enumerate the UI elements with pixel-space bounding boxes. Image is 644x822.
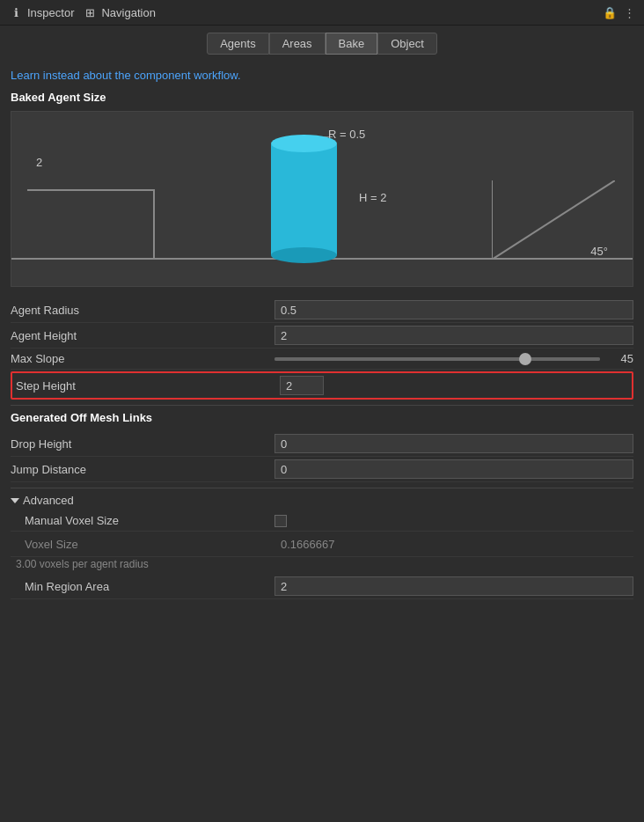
advanced-toggle[interactable]: Advanced xyxy=(11,494,633,507)
jump-distance-label: Jump Distance xyxy=(11,463,274,476)
navigation-icon: ⊞ xyxy=(83,5,97,19)
advanced-toggle-arrow xyxy=(11,498,19,503)
drop-height-field[interactable]: 0 xyxy=(274,434,633,453)
jump-distance-value: 0 xyxy=(281,463,287,476)
step-height-row: Step Height 2 xyxy=(11,371,633,400)
navigation-tab[interactable]: ⊞ Navigation xyxy=(83,5,155,19)
jump-distance-field[interactable]: 0 xyxy=(274,459,633,479)
max-slope-label: Max Slope xyxy=(11,352,274,365)
width-label: 2 xyxy=(36,156,42,169)
agent-cylinder-body xyxy=(271,142,337,258)
menu-icon[interactable]: ⋮ xyxy=(624,6,635,19)
drop-height-row: Drop Height 0 xyxy=(11,431,633,457)
h-label: H = 2 xyxy=(359,191,386,204)
tab-agents[interactable]: Agents xyxy=(207,33,268,55)
max-slope-slider-container: 45 xyxy=(274,352,633,365)
max-slope-row: Max Slope 45 xyxy=(11,349,633,370)
manual-voxel-label: Manual Voxel Size xyxy=(11,514,274,527)
inspector-label: Inspector xyxy=(27,6,74,19)
learn-link[interactable]: Learn instead about the component workfl… xyxy=(11,69,633,82)
voxel-size-row: Voxel Size 0.1666667 xyxy=(11,532,633,557)
max-slope-fill xyxy=(274,357,600,361)
jump-distance-row: Jump Distance 0 xyxy=(11,457,633,482)
drop-height-label: Drop Height xyxy=(11,437,274,451)
max-slope-thumb[interactable] xyxy=(519,353,531,365)
header: ℹ Inspector ⊞ Navigation 🔒 ⋮ xyxy=(0,0,644,26)
off-mesh-links-title: Generated Off Mesh Links xyxy=(11,411,633,424)
manual-voxel-row: Manual Voxel Size xyxy=(11,510,633,532)
min-region-area-field[interactable]: 2 xyxy=(274,576,633,596)
voxel-size-label: Voxel Size xyxy=(11,538,274,551)
content-area: Learn instead about the component workfl… xyxy=(0,62,644,606)
step-height-field[interactable]: 2 xyxy=(280,376,324,395)
voxel-hint-row: 3.00 voxels per agent radius xyxy=(11,557,633,574)
tab-bake[interactable]: Bake xyxy=(326,33,378,55)
step-height-label: Step Height xyxy=(16,379,280,393)
cylinder-bottom xyxy=(271,247,337,263)
voxel-hint: 3.00 voxels per agent radius xyxy=(11,556,149,572)
agent-radius-row: Agent Radius 0.5 xyxy=(11,297,633,323)
tab-object[interactable]: Object xyxy=(377,33,437,55)
inspector-tab[interactable]: ℹ Inspector xyxy=(9,5,74,19)
section-divider-1 xyxy=(11,405,633,406)
drop-height-value: 0 xyxy=(281,437,287,451)
tab-areas[interactable]: Areas xyxy=(269,33,326,55)
lock-icon[interactable]: 🔒 xyxy=(603,6,617,19)
voxel-size-field: 0.1666667 xyxy=(274,534,633,554)
step-height-value: 2 xyxy=(286,379,292,393)
baked-agent-size-title: Baked Agent Size xyxy=(11,91,633,104)
agent-height-row: Agent Height 2 xyxy=(11,323,633,349)
voxel-size-value: 0.1666667 xyxy=(281,538,334,551)
agent-height-value: 2 xyxy=(281,329,287,342)
step-shape xyxy=(27,189,155,260)
agent-height-label: Agent Height xyxy=(11,329,274,342)
max-slope-value: 45 xyxy=(607,352,633,365)
min-region-area-value: 2 xyxy=(281,580,287,593)
cylinder-top xyxy=(271,135,337,152)
section-divider-2 xyxy=(11,488,633,488)
manual-voxel-checkbox[interactable] xyxy=(274,515,287,527)
max-slope-track[interactable] xyxy=(274,357,600,361)
advanced-title: Advanced xyxy=(23,494,74,507)
angle-label: 45° xyxy=(590,245,608,258)
min-region-area-row: Min Region Area 2 xyxy=(11,574,633,599)
info-icon: ℹ xyxy=(9,5,23,19)
agent-radius-label: Agent Radius xyxy=(11,304,274,317)
agent-radius-field[interactable]: 0.5 xyxy=(274,300,633,319)
agent-radius-value: 0.5 xyxy=(281,304,296,317)
agent-height-field[interactable]: 2 xyxy=(274,326,633,345)
min-region-area-label: Min Region Area xyxy=(11,580,274,593)
header-actions: 🔒 ⋮ xyxy=(603,6,635,19)
agent-visualization: 2 R = 0.5 H = 2 45° xyxy=(11,111,633,287)
sub-tabs-bar: Agents Areas Bake Object xyxy=(0,26,644,62)
navigation-label: Navigation xyxy=(101,6,155,19)
